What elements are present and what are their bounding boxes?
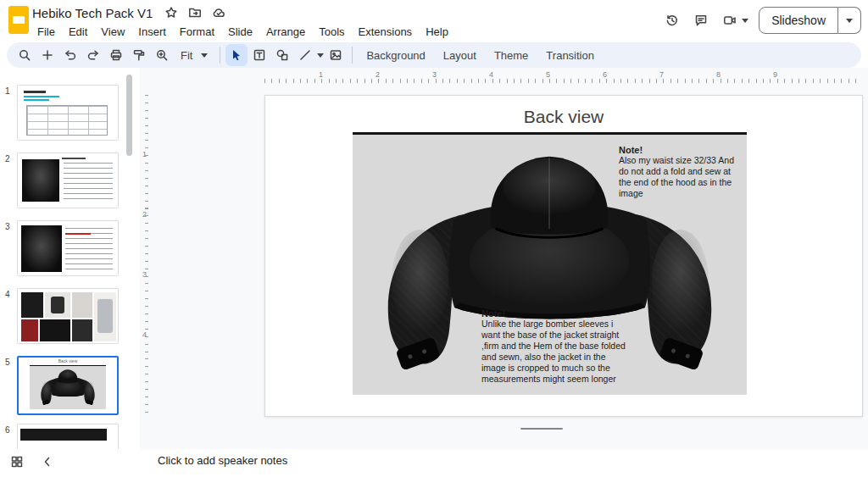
menu-arrange[interactable]: Arrange: [259, 24, 312, 40]
jacket-back-image[interactable]: Note! Also my waist size 32/33 And do no…: [353, 132, 747, 395]
camera-icon[interactable]: [721, 11, 739, 30]
document-title[interactable]: Hebiko Tech Pack V1: [31, 6, 154, 20]
text-box-button[interactable]: [248, 44, 270, 66]
menu-slide[interactable]: Slide: [221, 24, 259, 40]
version-history-icon[interactable]: [663, 11, 682, 30]
comments-icon[interactable]: [692, 11, 710, 30]
slide2-preview: [18, 153, 118, 208]
zoom-level-value: Fit: [181, 49, 192, 62]
slide-thumbnail-4[interactable]: 4: [0, 288, 136, 349]
search-menus-button[interactable]: [14, 44, 36, 66]
note-bottom-textbox[interactable]: Note! Unlike the large bomber sleeves i …: [481, 308, 627, 385]
select-tool-button[interactable]: [225, 44, 248, 66]
horizontal-ruler: 1 2 3 4 5 6 7 8 9: [140, 69, 868, 83]
print-button[interactable]: [105, 44, 127, 66]
slide4-preview: [18, 289, 118, 343]
note-body: Also my waist size 32/33 And do not add …: [619, 155, 737, 199]
slide-number: 5: [5, 358, 10, 367]
menu-extensions[interactable]: Extensions: [352, 24, 420, 40]
slide6-preview: [18, 424, 118, 449]
mini-slide-title: Back view: [19, 358, 117, 363]
slide3-preview: [18, 221, 118, 275]
slide-number: 1: [5, 86, 10, 96]
slides-logo[interactable]: [8, 6, 29, 34]
slide-canvas[interactable]: Back view Note! Also my waist size 32/33…: [264, 95, 863, 417]
slide-number: 4: [5, 290, 10, 299]
theme-button[interactable]: Theme: [486, 49, 537, 62]
redo-button[interactable]: [82, 44, 104, 66]
insert-image-button[interactable]: [325, 44, 347, 66]
filmstrip-scrollbar[interactable]: [126, 75, 132, 156]
slideshow-button[interactable]: Slideshow: [759, 7, 838, 34]
slide-number: 3: [5, 222, 10, 231]
slideshow-dropdown-button[interactable]: [838, 7, 861, 34]
slide1-preview: [18, 86, 118, 140]
menu-edit[interactable]: Edit: [62, 24, 94, 40]
paint-format-button[interactable]: [128, 44, 150, 66]
chevron-down-icon: [846, 19, 853, 23]
transition-button[interactable]: Transition: [537, 49, 603, 62]
chevron-down-icon: [201, 53, 208, 58]
note-top-textbox[interactable]: Note! Also my waist size 32/33 And do no…: [619, 145, 737, 199]
note-heading: Note!: [619, 145, 737, 155]
line-tool-button[interactable]: [294, 44, 316, 66]
camera-dropdown-icon[interactable]: [742, 19, 748, 23]
footer-bar: Click to add speaker notes: [0, 449, 868, 477]
shapes-button[interactable]: [271, 44, 293, 66]
topbar: Hebiko Tech Pack V1 File Edit View Inser…: [0, 0, 868, 41]
collapse-left-icon[interactable]: [41, 455, 56, 470]
filmstrip: 1 2 3 4 5 Back view 6: [0, 71, 136, 449]
slide-thumbnail-6[interactable]: 6: [0, 424, 136, 449]
toolbar: Fit Background Layout Theme Transition: [7, 42, 861, 68]
speaker-notes-resize-handle[interactable]: [520, 428, 563, 430]
menu-insert[interactable]: Insert: [131, 24, 173, 40]
menu-tools[interactable]: Tools: [312, 24, 351, 40]
menu-format[interactable]: Format: [173, 24, 221, 40]
move-folder-icon[interactable]: [188, 6, 202, 19]
menubar: File Edit View Insert Format Slide Arran…: [31, 22, 455, 41]
slide-thumbnail-3[interactable]: 3: [0, 220, 136, 281]
slide-thumbnail-1[interactable]: 1: [0, 85, 136, 146]
slide-thumbnail-5[interactable]: 5 Back view: [0, 356, 136, 417]
note-body: Unlike the large bomber sleeves i want t…: [481, 319, 627, 385]
slideshow-split-button: Slideshow: [759, 7, 861, 34]
grid-view-icon[interactable]: [10, 455, 25, 470]
zoom-button[interactable]: [151, 44, 173, 66]
star-icon[interactable]: [164, 6, 178, 19]
zoom-level-select[interactable]: Fit: [174, 49, 214, 62]
cloud-saved-icon: [212, 6, 225, 19]
new-slide-button[interactable]: [36, 44, 58, 66]
camera-control[interactable]: [721, 11, 748, 30]
note-heading: Note!: [481, 308, 627, 319]
slide5-preview: Back view: [19, 358, 117, 413]
background-button[interactable]: Background: [358, 49, 433, 62]
slide-title-textbox[interactable]: Back view: [265, 107, 862, 127]
slide-number: 6: [5, 425, 10, 435]
canvas-area: 1 2 3 4 5 6 7 8 9 1 2 3 4 Back view Note…: [140, 68, 868, 449]
undo-button[interactable]: [59, 44, 81, 66]
speaker-notes-input[interactable]: Click to add speaker notes: [158, 454, 287, 467]
chevron-down-icon[interactable]: [317, 53, 324, 58]
slides-app: Hebiko Tech Pack V1 File Edit View Inser…: [0, 0, 868, 477]
layout-button[interactable]: Layout: [435, 49, 485, 62]
menu-view[interactable]: View: [94, 24, 131, 40]
menu-file[interactable]: File: [31, 24, 62, 40]
slide-number: 2: [5, 154, 10, 164]
menu-help[interactable]: Help: [419, 24, 455, 40]
slide-thumbnail-2[interactable]: 2: [0, 153, 136, 214]
vertical-ruler: 1 2 3 4: [140, 68, 152, 449]
